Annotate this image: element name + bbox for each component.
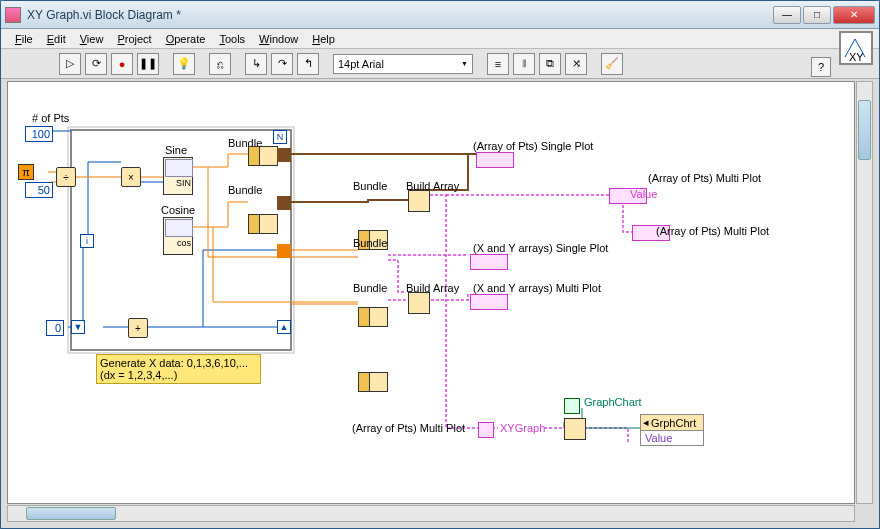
pause-button[interactable]: ❚❚ xyxy=(137,53,159,75)
diagram-canvas[interactable]: # of Pts 100 N π ÷ 50 × i Sine SIN Cosin… xyxy=(7,81,855,504)
reorder-button[interactable]: ⤨ xyxy=(565,53,587,75)
step-into-button[interactable]: ↳ xyxy=(245,53,267,75)
hscroll-thumb[interactable] xyxy=(26,507,116,520)
tunnel-orange-1[interactable] xyxy=(277,244,291,258)
multi-plot-label-1b: (Array of Pts) Multi Plot xyxy=(656,225,769,237)
menu-edit[interactable]: Edit xyxy=(47,33,66,45)
cosine-node[interactable]: cos xyxy=(163,217,193,255)
align-button[interactable]: ≡ xyxy=(487,53,509,75)
window-title: XY Graph.vi Block Diagram * xyxy=(27,8,773,22)
step-over-button[interactable]: ↷ xyxy=(271,53,293,75)
menu-file[interactable]: File xyxy=(15,33,33,45)
i-terminal: i xyxy=(80,234,94,248)
menu-project[interactable]: Project xyxy=(117,33,151,45)
highlight-button[interactable]: 💡 xyxy=(173,53,195,75)
shift-reg-right[interactable]: ▲ xyxy=(277,320,291,334)
menu-window[interactable]: Window xyxy=(259,33,298,45)
build-array-node-1[interactable] xyxy=(408,190,430,212)
font-value: 14pt Arial xyxy=(338,58,384,70)
numpts-value[interactable]: 100 xyxy=(25,126,53,142)
vertical-scrollbar[interactable] xyxy=(856,81,873,504)
zero-const[interactable]: 0 xyxy=(46,320,64,336)
cleanup-button[interactable]: 🧹 xyxy=(601,53,623,75)
run-button[interactable]: ▷ xyxy=(59,53,81,75)
title-bar[interactable]: XY Graph.vi Block Diagram * — □ ✕ xyxy=(1,1,879,29)
multi-plot-label-1: (Array of Pts) Multi Plot xyxy=(648,172,761,184)
app-icon xyxy=(5,7,21,23)
maximize-button[interactable]: □ xyxy=(803,6,831,24)
svg-text:XY: XY xyxy=(849,51,864,61)
single-plot-terminal[interactable] xyxy=(476,152,514,168)
toolbar: ▷ ⟳ ● ❚❚ 💡 ⎌ ↳ ↷ ↰ 14pt Arial ▼ ≡ ⫴ ⧉ ⤨ … xyxy=(1,49,879,79)
build-array-node-2[interactable] xyxy=(408,292,430,314)
vi-icon[interactable]: XY xyxy=(839,31,873,65)
add-node[interactable]: + xyxy=(128,318,148,338)
property-node-conv[interactable] xyxy=(564,418,586,440)
run-continuous-button[interactable]: ⟳ xyxy=(85,53,107,75)
minimize-button[interactable]: — xyxy=(773,6,801,24)
bundle-node-2[interactable] xyxy=(248,214,278,234)
xygraph-link[interactable]: XYGraph xyxy=(500,422,545,434)
property-node[interactable]: ◂GrphChrt Value xyxy=(640,414,704,446)
bundle-node-1[interactable] xyxy=(248,146,278,166)
single-plot-xy-terminal[interactable] xyxy=(470,254,508,270)
menu-tools[interactable]: Tools xyxy=(219,33,245,45)
cosine-label: Cosine xyxy=(161,204,195,216)
menu-bar: File Edit View Project Operate Tools Win… xyxy=(1,29,879,49)
pi-constant[interactable]: π xyxy=(18,164,34,180)
menu-view[interactable]: View xyxy=(80,33,104,45)
comment-box[interactable]: Generate X data: 0,1,3,6,10,... (dx = 1,… xyxy=(96,354,261,384)
context-help-button[interactable]: ? xyxy=(811,57,831,77)
graphchart-label: GraphChart xyxy=(584,396,641,408)
single-plot-label: (Array of Pts) Single Plot xyxy=(473,140,593,152)
sine-node[interactable]: SIN xyxy=(163,157,193,195)
multi-plot-xy-terminal[interactable] xyxy=(470,294,508,310)
application-window: XY Graph.vi Block Diagram * — □ ✕ File E… xyxy=(0,0,880,529)
single-plot-xy-label: (X and Y arrays) Single Plot xyxy=(473,242,608,254)
close-button[interactable]: ✕ xyxy=(833,6,875,24)
tunnel-brown-1[interactable] xyxy=(277,148,291,162)
numpts-label: # of Pts xyxy=(32,112,69,124)
divide-node[interactable]: ÷ xyxy=(56,167,76,187)
bundle-node-4[interactable] xyxy=(358,307,388,327)
multi-plot-label-bottom: (Array of Pts) Multi Plot xyxy=(352,422,465,434)
abort-button[interactable]: ● xyxy=(111,53,133,75)
multi-plot-xy-label: (X and Y arrays) Multi Plot xyxy=(473,282,601,294)
fifty-value[interactable]: 50 xyxy=(25,182,53,198)
bundle-node-5[interactable] xyxy=(358,372,388,392)
bundle-label-4: Bundle xyxy=(353,237,387,249)
bundle-label-2: Bundle xyxy=(228,184,262,196)
horizontal-scrollbar[interactable] xyxy=(7,505,855,522)
distribute-button[interactable]: ⫴ xyxy=(513,53,535,75)
menu-operate[interactable]: Operate xyxy=(166,33,206,45)
bundle-label-3: Bundle xyxy=(353,180,387,192)
menu-help[interactable]: Help xyxy=(312,33,335,45)
multiply-node[interactable]: × xyxy=(121,167,141,187)
n-terminal: N xyxy=(273,130,287,144)
shift-reg-left[interactable]: ▼ xyxy=(71,320,85,334)
tunnel-brown-2[interactable] xyxy=(277,196,291,210)
local-var-terminal[interactable] xyxy=(478,422,494,438)
step-out-button[interactable]: ↰ xyxy=(297,53,319,75)
font-selector[interactable]: 14pt Arial ▼ xyxy=(333,54,473,74)
graphchart-ref[interactable] xyxy=(564,398,580,414)
resize-button[interactable]: ⧉ xyxy=(539,53,561,75)
chevron-down-icon: ▼ xyxy=(461,60,468,67)
retain-wire-button[interactable]: ⎌ xyxy=(209,53,231,75)
bundle-label-5: Bundle xyxy=(353,282,387,294)
sine-label: Sine xyxy=(165,144,187,156)
value-link-1[interactable]: Value xyxy=(630,188,657,200)
vscroll-thumb[interactable] xyxy=(858,100,871,160)
xy-graph-icon: XY xyxy=(843,35,869,61)
